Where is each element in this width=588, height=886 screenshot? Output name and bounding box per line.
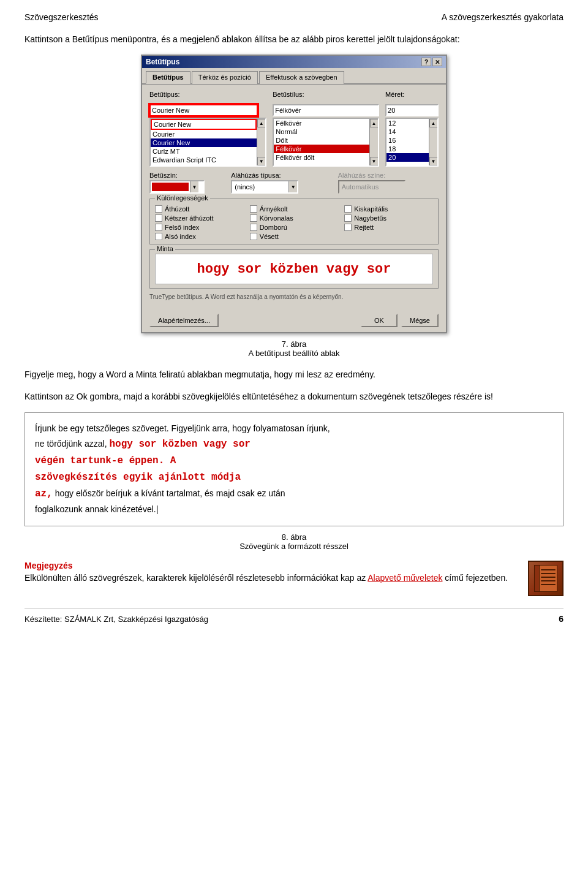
style-scroll-down[interactable]: ▼ (370, 157, 379, 165)
font-scrollbar[interactable]: ▲ ▼ (257, 119, 265, 165)
checkbox-kiskapitalis[interactable] (344, 205, 352, 213)
book-line-5 (541, 584, 556, 585)
special-group-label: Különlegességek (155, 194, 210, 202)
font-listbox[interactable]: Courier New Courier Courier New Curlz MT (149, 118, 266, 167)
size-label: Méret: (385, 91, 439, 98)
underline-label: Aláhúzás típusa: (231, 172, 331, 179)
font-item-5[interactable]: Elephant (151, 164, 257, 167)
style-item-1[interactable]: Normál (274, 127, 369, 136)
color-underline-row: Betűszín: ▼ Aláhúzás típusa: (nincs) ▼ A… (149, 172, 439, 194)
special-group: Különlegességek Áthúzott Árnyékolt Kiska… (149, 199, 439, 244)
example-courier-3: szövegkészítés egyik ajánlott módja (35, 472, 241, 483)
special-item-5[interactable]: Nagybetűs (344, 214, 433, 222)
note-text-block: Megjegyzés Elkülönülten álló szövegrésze… (24, 561, 519, 585)
size-scrollbar[interactable]: ▲ ▼ (429, 119, 437, 165)
special-item-10[interactable]: Vésett (250, 233, 339, 240)
example-courier-1: hogy sor közben vagy sor (109, 439, 250, 450)
style-listbox[interactable]: Félkövér Normál Dőlt Félkövér Félkövér d (273, 118, 379, 167)
header-right: A szövegszerkesztés gyakorlata (442, 12, 564, 22)
size-listbox[interactable]: 12 14 16 18 20 (385, 118, 439, 167)
color-dropdown[interactable]: ▼ (149, 180, 205, 194)
dialog-title: Betűtípus (146, 58, 179, 66)
tab-effektusok[interactable]: Effektusok a szövegben (259, 71, 344, 84)
font-item-2[interactable]: Courier New (151, 138, 257, 147)
checkbox-arnyekolt[interactable] (250, 205, 257, 213)
font-listbox-col: Courier New Courier Courier New Curlz MT (149, 118, 266, 167)
font-item-1[interactable]: Courier (151, 130, 257, 138)
size-item-2[interactable]: 16 (386, 136, 429, 145)
style-scroll-up[interactable]: ▲ (370, 119, 379, 127)
style-scrollbar[interactable]: ▲ ▼ (369, 119, 378, 165)
intro-text: Kattintson a Betűtípus menüpontra, és a … (24, 33, 564, 46)
tab-betutipos[interactable]: Betűtípus (146, 71, 190, 84)
special-item-6[interactable]: Felső index (155, 224, 244, 231)
size-scroll-down[interactable]: ▼ (429, 157, 438, 165)
input-row: Courier New Félkövér 20 (149, 104, 439, 116)
preview-box: hogy sor közben vagy sor (155, 254, 433, 284)
example-courier-4: az, (35, 488, 53, 499)
dialog-window: Betűtípus ? ✕ Betűtípus Térköz és pozíci… (141, 55, 447, 333)
checkbox-korvonal[interactable] (250, 214, 257, 222)
dialog-body: Betűtípus: Betűstílus: Méret: Courier Ne… (142, 85, 446, 311)
style-item-3[interactable]: Félkövér (274, 145, 369, 153)
note-link[interactable]: Alapvető műveletek (368, 573, 442, 583)
style-input-col: Félkövér (273, 104, 379, 116)
paragraph2: Kattintson az Ok gombra, majd a korábbi … (24, 390, 564, 403)
size-item-0[interactable]: 12 (386, 119, 429, 127)
checkbox-also-index[interactable] (155, 233, 162, 240)
special-item-1[interactable]: Árnyékolt (250, 205, 339, 213)
default-button[interactable]: Alapértelmezés... (149, 314, 219, 327)
paragraph1: Figyelje meg, hogy a Word a Minta felira… (24, 368, 564, 381)
book-line-3 (541, 577, 556, 578)
checkbox-athuzoott[interactable] (155, 205, 162, 213)
truetype-note: TrueType betűtípus. A Word ezt használja… (149, 293, 439, 300)
style-item-2[interactable]: Dőlt (274, 136, 369, 145)
size-item-1[interactable]: 14 (386, 127, 429, 136)
color-arrow[interactable]: ▼ (190, 181, 198, 192)
checkbox-nagybetus[interactable] (344, 214, 352, 222)
special-item-7[interactable]: Domború (250, 224, 339, 231)
special-grid: Áthúzott Árnyékolt Kiskapitális Kétszer … (155, 205, 433, 240)
checkbox-domboru[interactable] (250, 224, 257, 231)
font-name-input[interactable]: Courier New (149, 104, 258, 116)
ok-cancel-group: OK Mégse (361, 314, 439, 327)
size-input[interactable]: 20 (385, 104, 439, 116)
checkbox-felso-index[interactable] (155, 224, 162, 231)
size-item-3[interactable]: 18 (386, 145, 429, 153)
book-line-2 (541, 573, 556, 574)
size-item-4[interactable]: 20 (386, 153, 429, 162)
special-item-0[interactable]: Áthúzott (155, 205, 244, 213)
note-section: Megjegyzés Elkülönülten álló szövegrésze… (24, 561, 564, 596)
example-normal-4: foglalkozunk annak kinézetével. (35, 504, 158, 514)
size-scroll-up[interactable]: ▲ (429, 119, 438, 127)
font-item-3[interactable]: Curlz MT (151, 147, 257, 156)
scroll-up[interactable]: ▲ (257, 119, 266, 127)
special-item-2[interactable]: Kiskapitális (344, 205, 433, 213)
cancel-button[interactable]: Mégse (401, 314, 439, 327)
style-input[interactable]: Félkövér (273, 104, 379, 116)
example-normal-2: ne törődjünk azzal, (35, 439, 107, 449)
special-item-9[interactable]: Alsó index (155, 233, 244, 240)
underline-arrow[interactable]: ▼ (288, 181, 297, 192)
special-item-8[interactable]: Rejtett (344, 224, 433, 231)
font-item-4[interactable]: Edwardian Script ITC (151, 156, 257, 164)
special-item-4[interactable]: Körvonalas (250, 214, 339, 222)
scroll-down[interactable]: ▼ (257, 157, 266, 165)
ok-button[interactable]: OK (361, 314, 398, 327)
checkbox-rejtett[interactable] (344, 224, 352, 231)
font-item-0[interactable]: Courier New (151, 119, 257, 130)
size-listbox-col: 12 14 16 18 20 (385, 118, 439, 167)
style-item-4[interactable]: Félkövér dőlt (274, 153, 369, 162)
style-item-0[interactable]: Félkövér (274, 119, 369, 127)
checkbox-ketszer-athuzott[interactable] (155, 214, 162, 222)
underline-color-section: Aláhúzás színe: Automatikus (338, 172, 439, 194)
tab-terkoz[interactable]: Térköz és pozíció (192, 71, 258, 84)
close-button[interactable]: ✕ (432, 58, 442, 66)
listbox-row: Courier New Courier Courier New Curlz MT (149, 118, 439, 167)
caption2: 8. ábra Szövegünk a formázott résszel (24, 532, 564, 551)
underline-dropdown[interactable]: (nincs) ▼ (231, 180, 298, 194)
help-button[interactable]: ? (421, 58, 431, 66)
special-item-3[interactable]: Kétszer áthúzott (155, 214, 244, 222)
checkbox-vesett[interactable] (250, 233, 257, 240)
caption1: 7. ábra A betűtípust beállító ablak (24, 339, 564, 358)
